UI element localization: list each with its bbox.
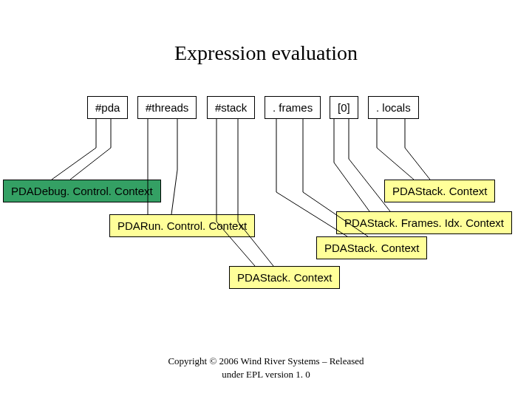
context-stack-top: PDAStack. Context (384, 180, 495, 202)
token-frames: . frames (265, 96, 321, 119)
context-debug: PDADebug. Control. Context (3, 180, 161, 202)
token-pda: #pda (87, 96, 128, 119)
context-stack-bottom: PDAStack. Context (229, 266, 340, 289)
token-locals: . locals (368, 96, 419, 119)
copyright-line-2: under EPL version 1. 0 (0, 368, 532, 381)
copyright: Copyright © 2006 Wind River Systems – Re… (0, 355, 532, 381)
token-threads: #threads (137, 96, 197, 119)
context-frames-idx: PDAStack. Frames. Idx. Context (336, 211, 512, 234)
token-idx: [0] (330, 96, 358, 119)
context-stack-mid: PDAStack. Context (316, 236, 427, 259)
token-stack: #stack (207, 96, 255, 119)
diagram-stage: Expression evaluation #pda #threads #sta… (0, 0, 532, 399)
copyright-line-1: Copyright © 2006 Wind River Systems – Re… (0, 355, 532, 368)
page-title: Expression evaluation (0, 41, 532, 65)
context-run: PDARun. Control. Context (109, 214, 255, 237)
